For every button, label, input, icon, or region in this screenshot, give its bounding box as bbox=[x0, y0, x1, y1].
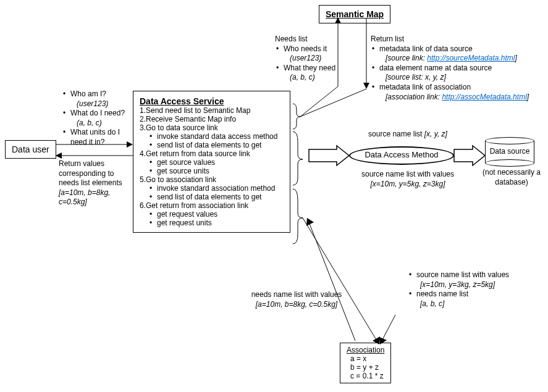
svg-line-17 bbox=[382, 315, 395, 341]
svg-marker-7 bbox=[363, 83, 369, 89]
svg-line-9 bbox=[300, 89, 366, 117]
svg-marker-16 bbox=[373, 336, 380, 344]
svg-marker-5 bbox=[335, 17, 341, 23]
svg-line-15 bbox=[303, 218, 377, 341]
svg-marker-10 bbox=[309, 146, 349, 165]
connector-layer bbox=[0, 0, 548, 392]
svg-marker-3 bbox=[56, 152, 62, 159]
svg-marker-1 bbox=[127, 141, 133, 148]
svg-line-8 bbox=[300, 86, 338, 117]
